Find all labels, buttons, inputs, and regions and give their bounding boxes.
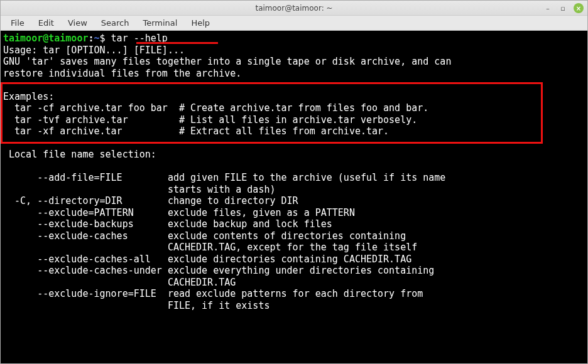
output-line: CACHEDIR.TAG bbox=[3, 277, 236, 288]
output-line: --exclude-backups exclude backup and loc… bbox=[3, 218, 332, 230]
window-controls: – ▫ × bbox=[543, 1, 584, 16]
titlebar[interactable]: taimoor@taimoor: ~ – ▫ × bbox=[1, 1, 587, 16]
output-line: Usage: tar [OPTION...] [FILE]... bbox=[3, 45, 185, 56]
menu-edit[interactable]: Edit bbox=[32, 17, 60, 29]
minimize-button[interactable]: – bbox=[543, 4, 552, 13]
output-line: --exclude-caches exclude contents of dir… bbox=[3, 230, 406, 242]
output-line: tar -cf archive.tar foo bar # Create arc… bbox=[3, 102, 428, 114]
output-line: Local file name selection: bbox=[3, 149, 156, 160]
maximize-button[interactable]: ▫ bbox=[558, 4, 567, 13]
menu-file[interactable]: File bbox=[4, 17, 31, 29]
output-line: -C, --directory=DIR change to directory … bbox=[3, 195, 298, 206]
output-line: --exclude-caches-all exclude directories… bbox=[3, 254, 411, 265]
annotation-underline bbox=[136, 42, 218, 44]
terminal-window: taimoor@taimoor: ~ – ▫ × File Edit View … bbox=[0, 0, 588, 364]
output-line: starts with a dash) bbox=[3, 184, 275, 195]
output-line: FILE, if it exists bbox=[3, 300, 270, 311]
prompt-dollar: $ bbox=[100, 33, 111, 44]
menu-terminal[interactable]: Terminal bbox=[136, 17, 183, 29]
menu-help[interactable]: Help bbox=[185, 17, 216, 29]
output-line: --exclude-ignore=FILE read exclude patte… bbox=[3, 288, 423, 299]
output-line: tar -xf archive.tar # Extract all files … bbox=[3, 126, 389, 137]
menubar: File Edit View Search Terminal Help bbox=[1, 16, 587, 31]
output-line: --exclude=PATTERN exclude files, given a… bbox=[3, 207, 355, 218]
prompt-userhost: taimoor@taimoor bbox=[3, 33, 88, 44]
prompt-sep: : bbox=[88, 33, 94, 44]
menu-view[interactable]: View bbox=[62, 17, 94, 29]
output-line: restore individual files from the archiv… bbox=[3, 68, 241, 79]
prompt-path: ~ bbox=[94, 33, 100, 44]
menu-search[interactable]: Search bbox=[95, 17, 136, 29]
output-line: CACHEDIR.TAG, except for the tag file it… bbox=[3, 242, 417, 253]
terminal-area[interactable]: taimoor@taimoor:~$ tar --help Usage: tar… bbox=[1, 31, 587, 363]
output-line: GNU 'tar' saves many files together into… bbox=[3, 56, 451, 67]
close-button[interactable]: × bbox=[574, 3, 584, 13]
output-line: Examples: bbox=[3, 91, 54, 102]
output-line: --exclude-caches-under exclude everythin… bbox=[3, 265, 434, 276]
output-line: tar -tvf archive.tar # List all files in… bbox=[3, 114, 417, 126]
window-title: taimoor@taimoor: ~ bbox=[255, 4, 332, 13]
output-line: --add-file=FILE add given FILE to the ar… bbox=[3, 172, 445, 183]
